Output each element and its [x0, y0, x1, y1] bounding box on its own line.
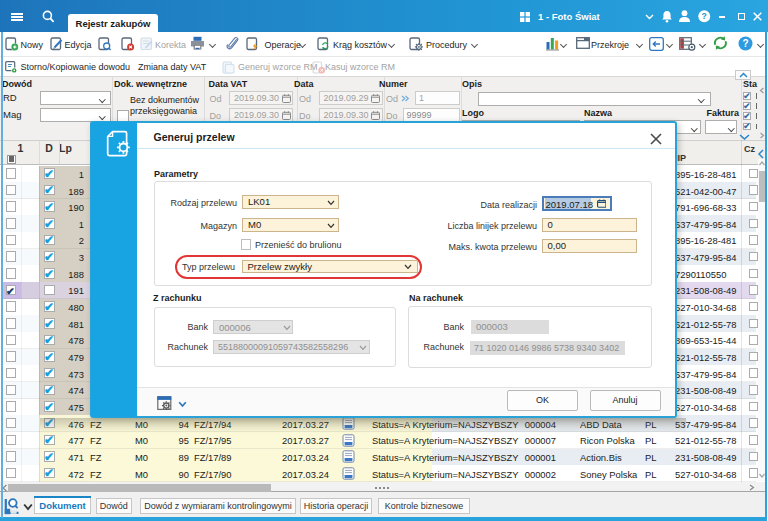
svg-text:?: ?: [742, 38, 748, 49]
svg-text:?: ?: [702, 11, 707, 21]
